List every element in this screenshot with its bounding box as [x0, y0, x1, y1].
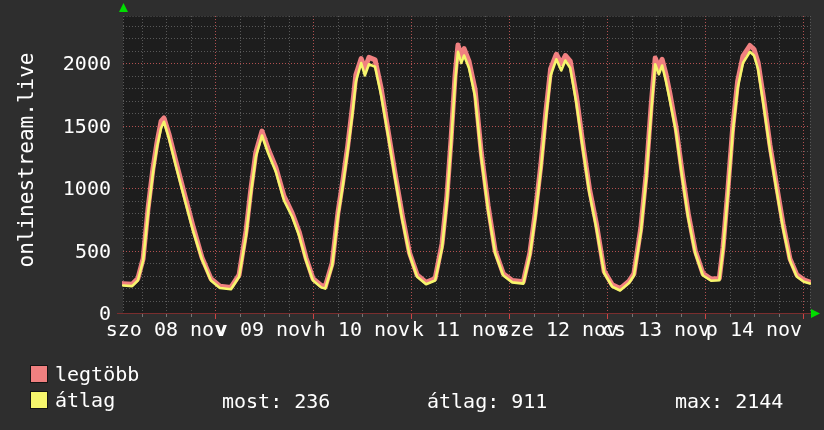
x-tick-label: v 09 nov: [216, 317, 312, 341]
legend-swatch-legtobb: [30, 365, 48, 383]
rrdtool-graph: onlinestream.live 0500100015002000 szo 0…: [0, 0, 824, 430]
x-tick-label: cs 13 nov: [602, 317, 710, 341]
y-tick-label: 500: [0, 239, 111, 263]
legend-label-atlag: átlag: [55, 388, 115, 412]
stat-atlag: átlag: 911: [427, 389, 547, 413]
x-tick-label: p 14 nov: [706, 317, 802, 341]
y-tick-label: 1000: [0, 176, 111, 200]
y-tick-label: 0: [0, 301, 111, 325]
stat-max: max: 2144: [675, 389, 783, 413]
y-tick-label: 1500: [0, 114, 111, 138]
y-tick-label: 2000: [0, 51, 111, 75]
legend-label-legtobb: legtöbb: [55, 362, 139, 386]
stat-most: most: 236: [222, 389, 330, 413]
x-tick-label: sze 12 nov: [498, 317, 618, 341]
x-tick-label: h 10 nov: [314, 317, 410, 341]
legend-swatch-atlag: [30, 391, 48, 409]
x-tick-label: k 11 nov: [412, 317, 508, 341]
x-tick-label: szo 08 nov: [106, 317, 226, 341]
